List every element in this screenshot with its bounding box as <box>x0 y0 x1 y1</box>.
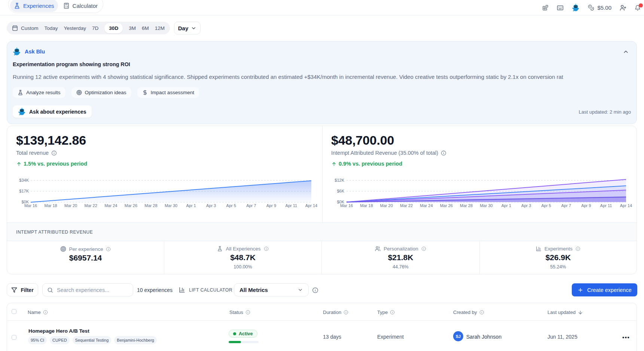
svg-text:$6K: $6K <box>337 189 344 193</box>
svg-text:Mar 20: Mar 20 <box>380 203 393 208</box>
svg-text:Mar 28: Mar 28 <box>144 203 157 208</box>
svg-text:Mar 24: Mar 24 <box>420 203 433 208</box>
svg-text:Mar 24: Mar 24 <box>104 203 117 208</box>
svg-text:Apr 11: Apr 11 <box>600 203 612 208</box>
svg-text:Apr 5: Apr 5 <box>541 203 551 208</box>
svg-text:Apr 5: Apr 5 <box>226 203 236 208</box>
svg-text:Mar 26: Mar 26 <box>440 203 453 208</box>
svg-text:Mar 18: Mar 18 <box>360 203 373 208</box>
svg-text:Mar 30: Mar 30 <box>165 203 177 208</box>
svg-text:Mar 28: Mar 28 <box>460 203 473 208</box>
svg-text:Apr 3: Apr 3 <box>206 203 216 208</box>
svg-text:Apr 9: Apr 9 <box>266 203 276 208</box>
svg-text:Mar 16: Mar 16 <box>340 203 353 208</box>
svg-text:Apr 1: Apr 1 <box>186 203 196 208</box>
svg-text:Mar 22: Mar 22 <box>400 203 413 208</box>
svg-text:$34K: $34K <box>19 178 29 182</box>
svg-text:$12K: $12K <box>335 178 344 182</box>
svg-text:$17K: $17K <box>19 189 29 193</box>
svg-text:Apr 9: Apr 9 <box>581 203 591 208</box>
svg-text:Mar 20: Mar 20 <box>64 203 77 208</box>
svg-text:Mar 16: Mar 16 <box>24 203 37 208</box>
svg-text:Apr 14: Apr 14 <box>305 203 317 208</box>
svg-text:Mar 30: Mar 30 <box>480 203 492 208</box>
svg-text:Apr 14: Apr 14 <box>620 203 632 208</box>
svg-text:Mar 22: Mar 22 <box>85 203 97 208</box>
svg-text:Apr 7: Apr 7 <box>246 203 256 208</box>
svg-text:Apr 3: Apr 3 <box>521 203 531 208</box>
svg-text:Apr 1: Apr 1 <box>501 203 511 208</box>
svg-text:Mar 26: Mar 26 <box>125 203 137 208</box>
svg-text:Apr 7: Apr 7 <box>561 203 571 208</box>
svg-text:Apr 11: Apr 11 <box>286 203 297 208</box>
svg-text:Mar 18: Mar 18 <box>44 203 57 208</box>
